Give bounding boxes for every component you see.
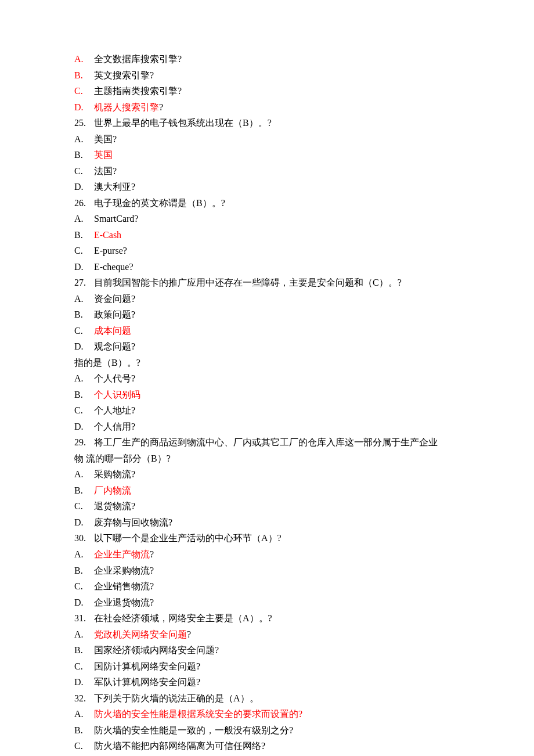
line-label: B. xyxy=(74,147,94,163)
text-span: 以下哪一个是企业生产活动的中心环节（A）? xyxy=(94,533,282,543)
line-label: C. xyxy=(74,323,94,339)
text-span: 成本问题 xyxy=(94,326,131,336)
text-line: A.全文数据库搜索引擎? xyxy=(74,51,464,67)
text-span: 企业销售物流? xyxy=(94,581,154,591)
text-span: ? xyxy=(150,549,154,559)
text-line: D.军队计算机网络安全问题? xyxy=(74,674,464,690)
text-span: 政策问题? xyxy=(94,309,135,319)
text-line: A.SmartCard? xyxy=(74,211,464,227)
text-span: 防火墙的安全性能是根据系统安全的要求而设置的? xyxy=(94,709,302,719)
line-label: C. xyxy=(74,498,94,514)
text-line: A.资金问题? xyxy=(74,291,464,307)
line-label: 32. xyxy=(74,690,94,707)
document-page: A.全文数据库搜索引擎?B.英文搜索引擎?C.主题指南类搜索引擎?D.机器人搜索… xyxy=(0,0,534,756)
text-span: 采购物流? xyxy=(94,469,135,479)
text-span: 个人地址? xyxy=(94,405,135,415)
text-span: 英文搜索引擎? xyxy=(94,70,154,80)
text-line: 32.下列关于防火墙的说法正确的是（A）。 xyxy=(74,690,464,707)
text-line: 物 流的哪一部分（B）? xyxy=(74,451,464,467)
text-line: 29.将工厂生产的商品运到物流中心、厂内或其它工厂的仓库入库这一部分属于生产企业 xyxy=(74,434,464,451)
text-span: 国家经济领域内网络安全问题? xyxy=(94,645,219,655)
text-line: C.个人地址? xyxy=(74,402,464,419)
text-span: 澳大利亚? xyxy=(94,182,135,192)
line-label: 30. xyxy=(74,530,94,546)
text-line: 27.目前我国智能卡的推广应用中还存在一些障碍，主要是安全问题和（C）。? xyxy=(74,275,464,291)
text-line: D.废弃物与回收物流? xyxy=(74,514,464,531)
text-span: 机器人搜索引擎 xyxy=(94,102,159,112)
line-label: C. xyxy=(74,738,94,754)
text-span: E-Cash xyxy=(94,230,121,240)
line-label: D. xyxy=(74,674,94,690)
line-label: 31. xyxy=(74,610,94,627)
line-label: C. xyxy=(74,578,94,595)
text-line: C.企业销售物流? xyxy=(74,578,464,595)
line-label: B. xyxy=(74,227,94,243)
text-line: A.企业生产物流? xyxy=(74,546,464,563)
line-label: B. xyxy=(74,642,94,658)
text-span: 企业生产物流 xyxy=(94,549,150,559)
text-span: 军队计算机网络安全问题? xyxy=(94,677,200,687)
text-line: C.成本问题 xyxy=(74,323,464,339)
line-label: D. xyxy=(74,419,94,435)
text-line: A.美国? xyxy=(74,131,464,147)
line-label: A. xyxy=(74,131,94,147)
text-span: 在社会经济领域，网络安全主要是（A）。? xyxy=(94,613,272,623)
line-label: 26. xyxy=(74,195,94,211)
text-span: 将工厂生产的商品运到物流中心、厂内或其它工厂的仓库入库这一部分属于生产企业 xyxy=(94,437,438,447)
text-span: 电子现金的英文称谓是（B）。? xyxy=(94,198,225,208)
text-line: C.E-purse? xyxy=(74,243,464,259)
line-label: C. xyxy=(74,243,94,259)
text-line: D.个人信用? xyxy=(74,419,464,435)
line-label: A. xyxy=(74,706,94,722)
line-label: D. xyxy=(74,595,94,611)
line-label: D. xyxy=(74,339,94,355)
line-label: A. xyxy=(74,546,94,563)
text-line: B.防火墙的安全性能是一致的，一般没有级别之分? xyxy=(74,722,464,739)
line-label: C. xyxy=(74,402,94,419)
line-label: C. xyxy=(74,83,94,99)
line-label: B. xyxy=(74,307,94,323)
line-label: D. xyxy=(74,259,94,275)
text-line: D.企业退货物流? xyxy=(74,595,464,611)
text-span: 物 流的哪一部分（B）? xyxy=(74,453,171,463)
line-label: A. xyxy=(74,211,94,227)
text-line: B.国家经济领域内网络安全问题? xyxy=(74,642,464,658)
text-line: A.采购物流? xyxy=(74,466,464,483)
text-line: A.防火墙的安全性能是根据系统安全的要求而设置的? xyxy=(74,706,464,722)
line-label: 29. xyxy=(74,434,94,451)
text-span: 党政机关网络安全问题 xyxy=(94,629,187,639)
text-span: 废弃物与回收物流? xyxy=(94,517,172,527)
line-label: 27. xyxy=(74,275,94,291)
text-span: 个人信用? xyxy=(94,422,135,431)
text-line: B.个人识别码 xyxy=(74,387,464,403)
text-span: 企业退货物流? xyxy=(94,597,154,607)
text-span: 英国 xyxy=(94,150,113,160)
text-span: 国防计算机网络安全问题? xyxy=(94,661,200,671)
text-span: E-cheque? xyxy=(94,262,134,272)
text-line: B.企业采购物流? xyxy=(74,563,464,579)
text-span: 观念问题? xyxy=(94,341,135,351)
text-span: 下列关于防火墙的说法正确的是（A）。 xyxy=(94,693,259,703)
text-span: 防火墙不能把内部网络隔离为可信任网络? xyxy=(94,741,265,751)
line-label: D. xyxy=(74,99,94,116)
text-span: 企业采购物流? xyxy=(94,566,154,575)
text-span: 指的是（B）。? xyxy=(74,358,140,368)
text-span: SmartCard? xyxy=(94,214,138,224)
text-line: B.英国 xyxy=(74,147,464,163)
text-line: 25.世界上最早的电子钱包系统出现在（B）。? xyxy=(74,115,464,131)
text-line: D.机器人搜索引擎? xyxy=(74,99,464,116)
text-span: 世界上最早的电子钱包系统出现在（B）。? xyxy=(94,118,272,128)
text-span: 美国? xyxy=(94,134,117,144)
line-label: C. xyxy=(74,163,94,179)
line-label: A. xyxy=(74,291,94,307)
text-line: B.政策问题? xyxy=(74,307,464,323)
line-label: D. xyxy=(74,179,94,195)
text-span: 防火墙的安全性能是一致的，一般没有级别之分? xyxy=(94,725,293,735)
line-label: A. xyxy=(74,51,94,67)
line-label: D. xyxy=(74,514,94,531)
text-line: C.国防计算机网络安全问题? xyxy=(74,658,464,675)
text-line: D.澳大利亚? xyxy=(74,179,464,195)
text-line: A.党政机关网络安全问题? xyxy=(74,627,464,643)
text-line: 指的是（B）。? xyxy=(74,355,464,371)
text-span: E-purse? xyxy=(94,246,127,255)
